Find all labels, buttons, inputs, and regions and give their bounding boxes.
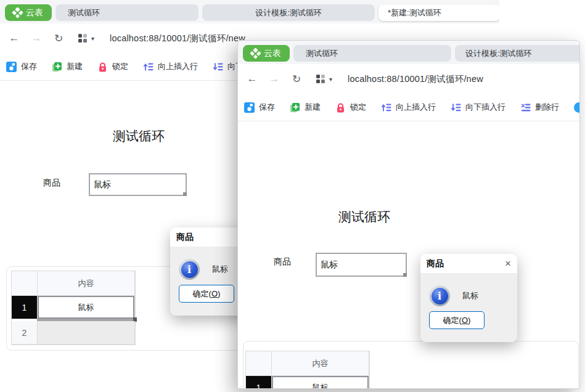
apps-grid-icon bbox=[78, 34, 87, 43]
yunbiao-logo-icon bbox=[250, 47, 261, 59]
new-button[interactable]: 新建 bbox=[290, 102, 321, 113]
info-icon: i bbox=[179, 259, 200, 280]
lock-button[interactable]: 锁定 bbox=[97, 61, 128, 72]
tab-new-test-loop-active[interactable]: *新建:测试循环 bbox=[378, 4, 499, 21]
nav-forward-icon[interactable]: → bbox=[268, 73, 280, 85]
grid-column-header[interactable]: 内容 bbox=[272, 351, 369, 376]
new-icon bbox=[290, 102, 300, 113]
save-icon bbox=[244, 102, 255, 113]
sheet-title: 测试循环 bbox=[80, 128, 197, 145]
save-button[interactable]: 保存 bbox=[244, 102, 275, 113]
grid-cell-selected[interactable]: 鼠标 bbox=[38, 296, 135, 319]
row-number-cell[interactable]: 2 bbox=[12, 321, 38, 345]
close-icon[interactable]: × bbox=[505, 258, 511, 269]
caret-down-icon: ▾ bbox=[329, 76, 332, 83]
tab-strip: 云表 测试循环 设计模板:测试循环 *新建:测试循环 bbox=[0, 0, 499, 23]
delete-row-button[interactable]: 删除行 bbox=[520, 102, 559, 113]
nav-back-icon[interactable]: ← bbox=[246, 73, 258, 85]
row-number-cell[interactable]: 1 bbox=[12, 296, 38, 319]
grid-cell[interactable] bbox=[38, 321, 135, 345]
grid-cell-selected[interactable]: 鼠标 bbox=[272, 376, 369, 389]
tab-yunbiao-home[interactable]: 云表 bbox=[5, 4, 52, 21]
nav-reload-icon[interactable]: ↻ bbox=[52, 32, 65, 45]
insert-row-below-icon bbox=[451, 102, 461, 113]
new-button[interactable]: 新建 bbox=[52, 61, 83, 72]
apps-menu-button[interactable]: ▾ bbox=[78, 34, 94, 43]
nav-back-icon[interactable]: ← bbox=[8, 32, 20, 44]
app-toolbar: 保存 新建 锁定 向上插入行 向下插入行 删除行 bbox=[238, 94, 579, 121]
data-grid: 内容 1 鼠标 2 鼠标 bbox=[245, 351, 370, 389]
save-button[interactable]: 保存 bbox=[6, 61, 37, 72]
grid-row: 2 bbox=[12, 321, 135, 345]
brand-label: 云表 bbox=[26, 7, 43, 18]
save-icon bbox=[6, 62, 17, 72]
grid-row: 1 鼠标 bbox=[12, 296, 135, 319]
lock-icon bbox=[97, 62, 108, 72]
dialog-title: 商品 bbox=[427, 258, 444, 269]
product-input[interactable] bbox=[317, 254, 406, 276]
product-field-wrap bbox=[316, 253, 407, 277]
grid-corner-cell[interactable] bbox=[12, 271, 38, 296]
dialog-message: 鼠标 bbox=[212, 264, 228, 275]
insert-row-above-button[interactable]: 向上插入行 bbox=[381, 102, 436, 113]
data-grid: 内容 1 鼠标 2 bbox=[11, 271, 136, 345]
caret-down-icon: ▾ bbox=[91, 35, 94, 42]
tab-strip: 云表 测试循环 设计模板:测试循环 bbox=[238, 41, 579, 64]
insert-row-above-button[interactable]: 向上插入行 bbox=[143, 61, 198, 72]
dialog-title: 商品 bbox=[176, 232, 194, 243]
nav-forward-icon[interactable]: → bbox=[30, 32, 43, 44]
message-dialog: 商品 × i 鼠标 确定(O) bbox=[420, 254, 517, 342]
product-input[interactable] bbox=[90, 174, 186, 195]
tab-design-template[interactable]: 设计模板:测试循环 bbox=[455, 45, 580, 62]
lock-button[interactable]: 锁定 bbox=[335, 102, 366, 113]
insert-row-below-button[interactable]: 向下插入行 bbox=[451, 102, 505, 113]
desktop: 云表 测试循环 设计模板:测试循环 *新建:测试循环 ← → ↻ ▾ local… bbox=[0, 0, 585, 392]
product-field-wrap bbox=[89, 173, 187, 196]
field-resize-handle[interactable] bbox=[403, 273, 407, 277]
insert-row-below-icon bbox=[213, 62, 223, 72]
tab-design-template[interactable]: 设计模板:测试循环 bbox=[202, 4, 375, 21]
address-bar: ← → ↻ ▾ localhost:88/10001/测试循环/new bbox=[238, 64, 579, 94]
apps-menu-button[interactable]: ▾ bbox=[316, 75, 332, 83]
grid-column-header[interactable]: 内容 bbox=[38, 271, 135, 296]
apps-grid-icon bbox=[316, 75, 325, 83]
grid-row: 1 鼠标 bbox=[246, 376, 369, 389]
product-label: 商品 bbox=[43, 178, 60, 189]
insert-row-above-icon bbox=[381, 102, 391, 113]
field-resize-handle[interactable] bbox=[183, 192, 187, 196]
form-content: 测试循环 商品 内容 1 鼠标 bbox=[238, 160, 579, 388]
brand-label: 云表 bbox=[264, 48, 281, 59]
tab-yunbiao-home[interactable]: 云表 bbox=[243, 45, 290, 62]
grid-corner-cell[interactable] bbox=[246, 351, 272, 376]
ok-button[interactable]: 确定(O) bbox=[429, 311, 485, 329]
new-icon bbox=[52, 62, 62, 72]
ok-button[interactable]: 确定(O) bbox=[179, 285, 234, 303]
dialog-message: 鼠标 bbox=[462, 290, 478, 301]
toolbar-extra-icon[interactable] bbox=[574, 102, 580, 113]
row-number-cell[interactable]: 1 bbox=[246, 376, 272, 389]
tab-test-loop[interactable]: 测试循环 bbox=[293, 45, 451, 62]
front-browser-window: 云表 测试循环 设计模板:测试循环 ← → ↻ ▾ localhost:88/1… bbox=[237, 40, 580, 389]
insert-row-above-icon bbox=[143, 62, 153, 72]
yunbiao-logo-icon bbox=[12, 7, 23, 18]
lock-icon bbox=[335, 102, 346, 113]
product-label: 商品 bbox=[274, 256, 291, 267]
delete-row-icon bbox=[520, 102, 531, 113]
sheet-title: 测试循环 bbox=[309, 208, 420, 226]
nav-reload-icon[interactable]: ↻ bbox=[290, 73, 303, 86]
url-text[interactable]: localhost:88/10001/测试循环/new bbox=[348, 73, 483, 85]
tab-test-loop[interactable]: 测试循环 bbox=[55, 4, 198, 21]
info-icon: i bbox=[429, 285, 450, 306]
url-text[interactable]: localhost:88/10001/测试循环/new bbox=[110, 33, 245, 44]
